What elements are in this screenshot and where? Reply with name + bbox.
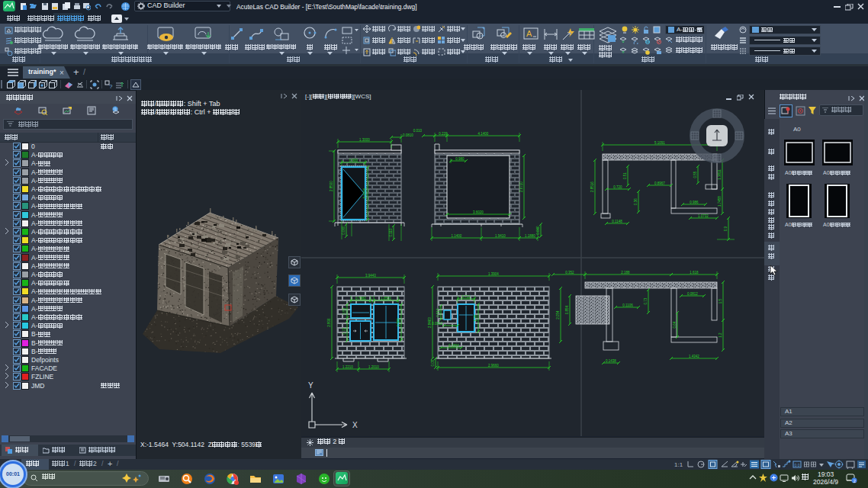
svg-text:0.352: 0.352 (565, 271, 574, 274)
svg-text:2.9660: 2.9660 (488, 364, 499, 368)
svg-text:2.806: 2.806 (327, 318, 331, 327)
svg-text:1.2010: 1.2010 (368, 365, 379, 369)
svg-text:0.36: 0.36 (634, 198, 638, 205)
svg-text:A: A (526, 29, 532, 38)
svg-text:1.5: 1.5 (719, 298, 722, 303)
svg-text:Y: Y (308, 381, 313, 390)
svg-text:0.9: 0.9 (724, 226, 728, 231)
svg-text:1.26: 1.26 (474, 314, 477, 321)
svg-text:0.010: 0.010 (413, 129, 423, 133)
svg-text:?: ? (109, 83, 113, 89)
svg-text:2.8516: 2.8516 (590, 181, 594, 192)
svg-text:1.0732: 1.0732 (698, 214, 709, 218)
svg-text:0.0810: 0.0810 (403, 133, 413, 137)
svg-text:2.1000: 2.1000 (363, 188, 367, 198)
svg-text:1.9410: 1.9410 (495, 234, 506, 238)
svg-text:2.6710: 2.6710 (519, 181, 523, 192)
svg-text:5.1091: 5.1091 (654, 141, 665, 145)
svg-text:0.220: 0.220 (439, 132, 448, 136)
svg-text:0.110: 0.110 (389, 228, 393, 236)
svg-text:0.986: 0.986 (690, 201, 699, 204)
svg-text:1.618: 1.618 (690, 271, 699, 274)
svg-text:0.0812: 0.0812 (687, 292, 698, 296)
svg-text:1.3811: 1.3811 (718, 169, 722, 180)
svg-text:1.4342: 1.4342 (689, 355, 699, 358)
svg-text:0.720: 0.720 (613, 185, 622, 189)
svg-text:1.0550: 1.0550 (381, 297, 391, 300)
svg-text:1.2210: 1.2210 (342, 365, 353, 369)
svg-text:0.51: 0.51 (623, 172, 627, 179)
svg-text:0.980: 0.980 (455, 157, 465, 161)
svg-text:0.1148: 0.1148 (612, 220, 622, 223)
svg-text:0.1106: 0.1106 (622, 303, 633, 307)
svg-text:0.64: 0.64 (673, 321, 677, 328)
svg-text:0.060: 0.060 (342, 226, 346, 235)
svg-text:2.188: 2.188 (621, 271, 630, 274)
svg-text:0.8967: 0.8967 (654, 181, 665, 185)
svg-text:1.7458: 1.7458 (718, 196, 722, 207)
svg-text:1.3904: 1.3904 (488, 272, 499, 276)
svg-text:0.55: 0.55 (693, 171, 697, 178)
svg-text:1:1: 1:1 (674, 461, 683, 468)
svg-text:2.054: 2.054 (556, 310, 560, 319)
svg-text:0.0812: 0.0812 (432, 322, 442, 326)
svg-text:0.1438: 0.1438 (606, 359, 616, 363)
svg-text:1.2: 1.2 (719, 332, 722, 338)
svg-text:1.3000: 1.3000 (359, 138, 370, 142)
svg-text:0.854: 0.854 (565, 305, 569, 314)
svg-text:1.1880: 1.1880 (525, 234, 535, 238)
svg-text:3.6020: 3.6020 (473, 210, 484, 214)
svg-text:0.712: 0.712 (461, 295, 471, 299)
svg-text:2.8500: 2.8500 (330, 181, 333, 191)
svg-text:0.52: 0.52 (342, 307, 346, 314)
svg-text:X: X (352, 421, 358, 429)
svg-text:0.512: 0.512 (436, 308, 440, 317)
svg-text:0.73: 0.73 (644, 297, 648, 304)
svg-text:1.1400: 1.1400 (452, 234, 462, 238)
svg-text:1.561: 1.561 (397, 317, 400, 326)
svg-text:3.9443: 3.9443 (365, 274, 376, 278)
svg-text:0.05: 0.05 (431, 359, 435, 366)
svg-text:0.0: 0.0 (795, 463, 800, 467)
svg-text:0.72: 0.72 (342, 327, 346, 334)
svg-text:0.7982: 0.7982 (355, 297, 366, 300)
svg-text:4.1400: 4.1400 (478, 132, 489, 136)
svg-text:0.900: 0.900 (349, 159, 358, 162)
svg-text:0.060: 0.060 (536, 226, 540, 235)
svg-text:0.1804: 0.1804 (448, 344, 459, 348)
